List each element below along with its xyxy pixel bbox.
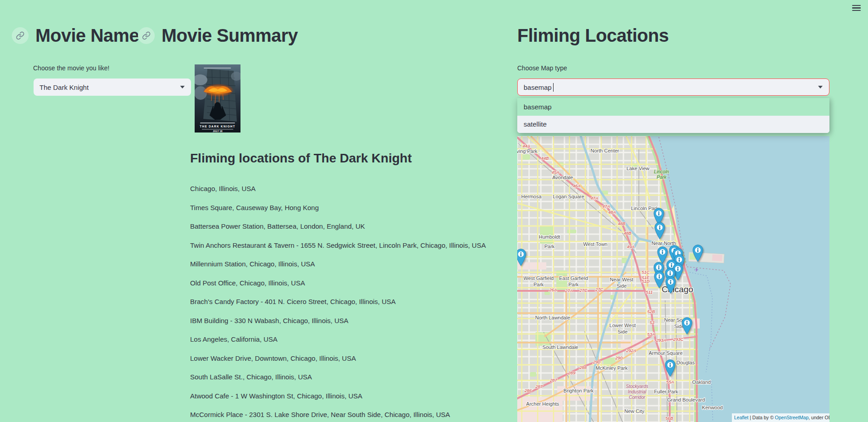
location-item: Millennium Station, Chicago, Illinois, U… [190,260,486,269]
route-ref-label: 44B [541,156,549,161]
poster-date: JULY 18 [213,130,222,132]
route-ref-label: 511 [646,290,652,294]
link-icon [16,31,25,40]
map-place-label: Kenwood [702,405,723,410]
route-ref-label: 27C [595,287,603,292]
map-place-label: Douglas [677,360,695,365]
route-ref-label: 51D [642,279,650,284]
map-type-select-value: basemap [524,83,552,91]
hamburger-bar [852,7,861,8]
map-place-label: West Town [583,241,607,247]
location-item: South LaSalle St., Chicago, Illinois, US… [190,373,486,382]
map-place-label: Grand Boulevard [667,397,705,402]
map-place-label: Near So [664,317,682,323]
route-ref-label: 49A [627,244,635,249]
route-ref-label: 46A [573,183,581,188]
anchor-link-icon[interactable] [12,27,29,44]
route-ref-label: 293C [673,337,684,342]
map-place-label: Park [569,282,579,287]
leaflet-link[interactable]: Leaflet [734,415,749,420]
movie-select-label: Choose the movie you like! [33,64,109,72]
location-item: Battersea Power Station, Battersea, Lond… [190,222,486,231]
route-ref-label: 293A [656,338,666,343]
map-place-label: East Garfield [559,275,588,281]
map-place-label: Lower West [609,323,636,328]
location-item: Times Square, Causeway Bay, Hong Kong [190,203,486,212]
dropdown-option-satellite[interactable]: satellite [517,116,829,133]
map-place-label: Near North [652,240,676,246]
route-ref-label: 45A [552,170,559,175]
location-item: Atwood Cafe - 1 W Washington St, Chicago… [190,392,486,401]
locations-list: Chicago, Illinois, USA Times Square, Cau… [190,184,486,422]
locations-subheading: Fliming locations of The Dark Knight [190,151,412,166]
route-ref-label: 47A [603,204,610,209]
map-place-label: Lincoln [654,169,669,174]
hamburger-bar [852,10,861,11]
map-place-label: Hermosa [521,194,542,199]
map-place-label: North Lawndale [535,315,570,320]
map-place-label: Oakland [692,379,711,385]
airport-icon: ✈ [694,267,699,273]
location-item: McCormick Place - 2301 S. Lake Shore Dri… [190,410,486,419]
movie-select-value: The Dark Knight [39,83,180,91]
map-place-label: Chicago [662,285,693,294]
map-place-label: Corridor [629,395,646,400]
map-place-label: McKinley Park [596,365,628,371]
route-ref-label: 290 [593,359,601,364]
route-ref-label: 55A [667,379,674,384]
route-ref-label: 287 [549,378,558,383]
route-ref-label: 51C [642,270,650,275]
route-ref-label: 56B [666,416,674,421]
dropdown-option-basemap[interactable]: basemap [517,98,829,116]
map-place-label: Near West [610,277,633,282]
map-place-label: Armour Square [649,350,683,356]
fliming-locations-heading-row: Fliming Locations [517,25,669,46]
route-ref-label: 53 [650,320,655,325]
map-place-label: Park [534,282,544,287]
map-place-label: Irving Park [517,148,538,154]
route-ref-label: 27A [565,288,573,293]
hamburger-bar [852,5,861,6]
link-icon [142,31,151,40]
osm-link[interactable]: OpenStreetMap [775,415,809,420]
poster-title: THE DARK KNIGHT [200,125,235,128]
location-item: Lower Wacker Drive, Downtown, Chicago, I… [190,354,486,363]
route-ref-label: 287 [535,384,543,389]
map-place-label: Archer Heights [526,401,559,407]
route-ref-label: 53A [647,332,655,337]
map-place-label: Humboldt [539,234,560,240]
leaflet-map[interactable]: ✈ Irving ParkNorth CenterLake ViewAvonda… [517,136,829,422]
route-ref-label: 48B [618,221,626,226]
route-ref-label: 48B [624,231,632,236]
location-item: Twin Anchors Restaurant & Tavern - 1655 … [190,241,486,250]
movie-summary-heading-row: Movie Summary [138,25,298,46]
map-place-label: Lake View [627,166,650,171]
map-place-label: Fuller Park [654,389,678,394]
route-ref-label: 52B [647,309,656,314]
anchor-link-icon[interactable] [138,27,155,44]
location-item: Los Angeles, California, USA [190,335,486,344]
map-place-label: Stockyards [626,384,648,389]
route-ref-label: 26A [549,287,557,292]
movie-select[interactable]: The Dark Knight [34,79,191,96]
map-place-label: Side [617,283,627,289]
map-type-select[interactable]: basemap [517,79,829,96]
route-ref-label: 288 [579,365,587,370]
page-title-fliming-locations: Fliming Locations [517,25,669,46]
map-type-dropdown: basemap satellite [517,98,829,133]
map-place-label: Side [618,329,628,334]
map-place-label: West Garfield [524,275,554,281]
map-place-label: North Center [591,148,619,153]
route-ref-label: 27C [579,288,588,293]
map-place-label: Logan Square [553,194,584,199]
movie-poster: THE DARK KNIGHT JULY 18 [195,64,240,132]
movie-name-heading-row: Movie Name [12,25,139,46]
map-place-label: Park [657,174,667,180]
location-item: IBM Building - 330 N Wabash, Chicago, Il… [190,316,486,325]
map-place-label: Park [544,244,555,249]
hamburger-menu-icon[interactable] [852,5,861,11]
map-place-label: Industrial [628,389,647,394]
route-ref-label: 292A [626,348,636,353]
map-place-label: New City [624,408,645,414]
map-type-label: Choose Map type [517,64,567,72]
